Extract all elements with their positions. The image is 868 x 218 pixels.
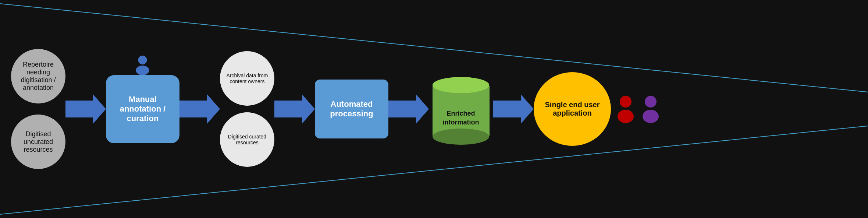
enriched-info-wrapper: Enriched information: [429, 72, 493, 146]
digitised-uncurated-circle: Digitised uncurated resources: [11, 115, 65, 169]
archival-data-circle: Archival data from content owners: [220, 51, 274, 106]
data-circles-group: Archival data from content owners Digiti…: [220, 51, 274, 167]
digitised-curated-label: Digitised curated resources: [224, 134, 271, 145]
svg-marker-5: [179, 94, 220, 124]
svg-marker-7: [388, 94, 429, 124]
svg-point-14: [620, 96, 632, 108]
svg-point-16: [645, 96, 657, 108]
automated-processing-box: Automated processing: [315, 80, 388, 138]
svg-point-9: [433, 129, 489, 145]
repertoire-circle: Repertoire needing digitisation / annota…: [11, 49, 65, 103]
diagram-container: Repertoire needing digitisation / annota…: [0, 0, 868, 218]
arrow-3: [274, 92, 315, 126]
svg-text:information: information: [443, 119, 479, 126]
svg-marker-13: [493, 94, 534, 124]
svg-point-17: [643, 110, 659, 123]
svg-text:Enriched: Enriched: [447, 110, 475, 117]
end-users-icons: [615, 94, 662, 124]
svg-marker-6: [274, 94, 315, 124]
manual-annotation-wrapper: Manual annotation / curation: [106, 75, 179, 143]
digitised-curated-circle: Digitised curated resources: [220, 112, 274, 167]
archival-data-label: Archival data from content owners: [224, 73, 271, 84]
automated-processing-label: Automated processing: [320, 99, 383, 119]
arrow-5: [493, 92, 534, 126]
user-red-icon: [615, 94, 637, 124]
svg-point-3: [138, 56, 147, 64]
input-circles-group: Repertoire needing digitisation / annota…: [11, 49, 65, 169]
manual-annotation-box: Manual annotation / curation: [106, 75, 179, 143]
flow-container: Repertoire needing digitisation / annota…: [11, 49, 857, 169]
repertoire-label: Repertoire needing digitisation / annota…: [15, 61, 62, 92]
manual-annotation-label: Manual annotation / curation: [111, 95, 174, 123]
svg-point-15: [618, 110, 634, 123]
arrow-1: [65, 92, 106, 126]
cylinder-icon: Enriched information: [429, 72, 493, 146]
svg-marker-2: [65, 94, 106, 124]
single-end-user-ellipse: Single end user application: [534, 72, 611, 146]
arrow-4: [388, 92, 429, 126]
arrow-2: [179, 92, 220, 126]
svg-point-10: [433, 77, 489, 93]
single-end-user-label: Single end user application: [541, 101, 604, 117]
digitised-uncurated-label: Digitised uncurated resources: [15, 130, 62, 154]
user-purple-icon: [640, 94, 662, 124]
person-blue-icon: [133, 55, 153, 75]
svg-point-4: [136, 66, 149, 75]
person-icon-wrapper: [133, 55, 153, 77]
